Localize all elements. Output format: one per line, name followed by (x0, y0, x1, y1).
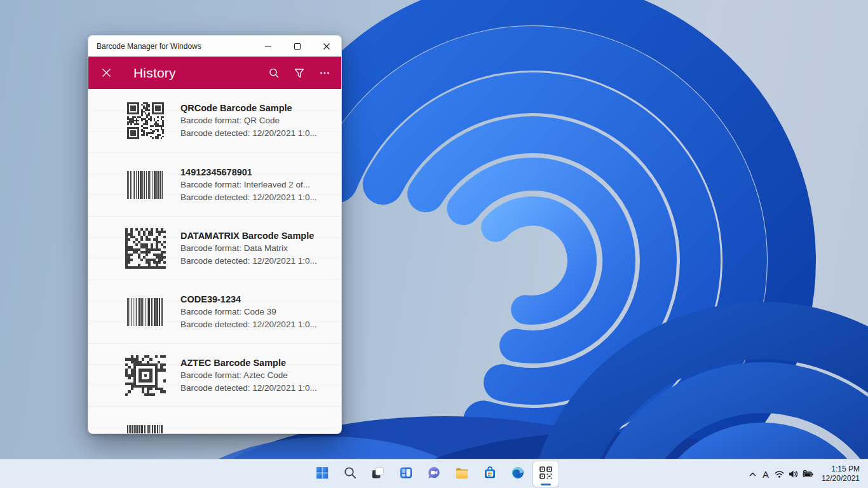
minimize-button[interactable] (254, 36, 283, 57)
history-list: QRCode Barcode Sample Barcode format: QR… (88, 89, 341, 434)
microsoft-store-button[interactable] (477, 461, 503, 487)
filter-icon (294, 67, 305, 79)
page-title: History (133, 65, 176, 81)
item-title: AZTEC Barcode Sample (180, 356, 341, 369)
barcode-app-icon (538, 464, 554, 484)
item-detected: Barcode detected: 12/20/2021 1:0... (180, 255, 341, 268)
folder-icon (454, 465, 470, 483)
list-item[interactable]: 45123450 (88, 407, 341, 434)
edge-icon (510, 465, 526, 483)
qr-barcode-thumbnail (125, 100, 166, 141)
list-item[interactable]: AZTEC Barcode Sample Barcode format: Azt… (88, 343, 341, 407)
clock-date: 12/20/2021 (822, 474, 860, 484)
desktop: Barcode Manager for Windows History (0, 0, 868, 488)
wifi-icon (774, 469, 785, 479)
clock-time: 1:15 PM (822, 464, 860, 474)
start-button[interactable] (309, 461, 335, 487)
quick-settings-button[interactable] (771, 461, 817, 487)
battery-charging-icon (802, 469, 814, 479)
start-icon (315, 465, 330, 483)
item-detected: Barcode detected: 12/20/2021 1:0... (180, 318, 341, 331)
item-detected: Barcode detected: 12/20/2021 1:0... (180, 127, 341, 140)
task-view-button[interactable] (365, 461, 391, 487)
barcode-manager-window: Barcode Manager for Windows History (88, 35, 342, 434)
close-icon (323, 43, 330, 50)
volume-icon (788, 469, 799, 479)
filter-button[interactable] (287, 60, 312, 86)
ellipsis-icon (319, 67, 330, 79)
edge-button[interactable] (505, 461, 531, 487)
item-format: Barcode format: Interleaved 2 of... (180, 179, 341, 191)
list-item[interactable]: QRCode Barcode Sample Barcode format: QR… (88, 89, 341, 152)
search-icon (342, 465, 358, 483)
item-detected: Barcode detected: 12/20/2021 1:0... (180, 382, 341, 395)
system-tray: A 1:15 PM 12/20/2021 (745, 461, 868, 487)
datamatrix-barcode-thumbnail (125, 228, 166, 269)
ime-label: A (763, 469, 769, 480)
barcode-manager-button[interactable] (533, 461, 559, 487)
file-explorer-button[interactable] (449, 461, 475, 487)
aztec-barcode-thumbnail (125, 355, 166, 396)
app-header: History (88, 57, 341, 89)
search-button[interactable] (261, 60, 287, 86)
list-item[interactable]: 14912345678901 Barcode format: Interleav… (88, 152, 341, 216)
item-title: 45123450 (180, 433, 341, 435)
header-actions (261, 60, 341, 86)
maximize-icon (294, 43, 301, 50)
window-title: Barcode Manager for Windows (88, 42, 201, 51)
taskbar: A 1:15 PM 12/20/2021 (0, 459, 868, 488)
more-button[interactable] (312, 60, 337, 86)
hidden-icons-button[interactable] (745, 461, 760, 487)
item-format: Barcode format: Data Matrix (180, 242, 341, 255)
linear-barcode-thumbnail (125, 292, 166, 332)
list-item[interactable]: DATAMATRIX Barcode Sample Barcode format… (88, 216, 341, 280)
item-format: Barcode format: QR Code (180, 114, 341, 127)
item-title: CODE39-1234 (180, 293, 341, 306)
item-detected: Barcode detected: 12/20/2021 1:0... (180, 191, 341, 204)
linear-barcode-thumbnail (125, 165, 166, 205)
item-title: 14912345678901 (180, 166, 341, 179)
item-format: Barcode format: Code 39 (180, 306, 341, 318)
widgets-button[interactable] (393, 461, 419, 487)
chat-button[interactable] (421, 461, 447, 487)
search-icon (268, 67, 280, 79)
window-titlebar[interactable]: Barcode Manager for Windows (88, 36, 341, 57)
widgets-icon (398, 465, 414, 483)
minimize-icon (264, 43, 272, 50)
item-format: Barcode format: Aztec Code (180, 369, 341, 382)
history-close-button[interactable] (93, 60, 119, 86)
chat-icon (426, 465, 442, 483)
task-view-icon (370, 465, 386, 483)
taskbar-center (309, 461, 559, 487)
search-button[interactable] (337, 461, 363, 487)
list-item[interactable]: CODE39-1234 Barcode format: Code 39 Barc… (88, 280, 341, 343)
linear-barcode-thumbnail (125, 419, 166, 435)
store-bag-icon (482, 465, 498, 483)
close-window-button[interactable] (312, 36, 341, 57)
caption-buttons (254, 36, 341, 57)
clock[interactable]: 1:15 PM 12/20/2021 (822, 464, 860, 484)
close-icon (102, 68, 111, 78)
chevron-up-icon (748, 470, 757, 479)
maximize-button[interactable] (283, 36, 312, 57)
item-title: DATAMATRIX Barcode Sample (180, 229, 341, 242)
ime-button[interactable]: A (760, 461, 771, 487)
item-title: QRCode Barcode Sample (180, 102, 341, 114)
